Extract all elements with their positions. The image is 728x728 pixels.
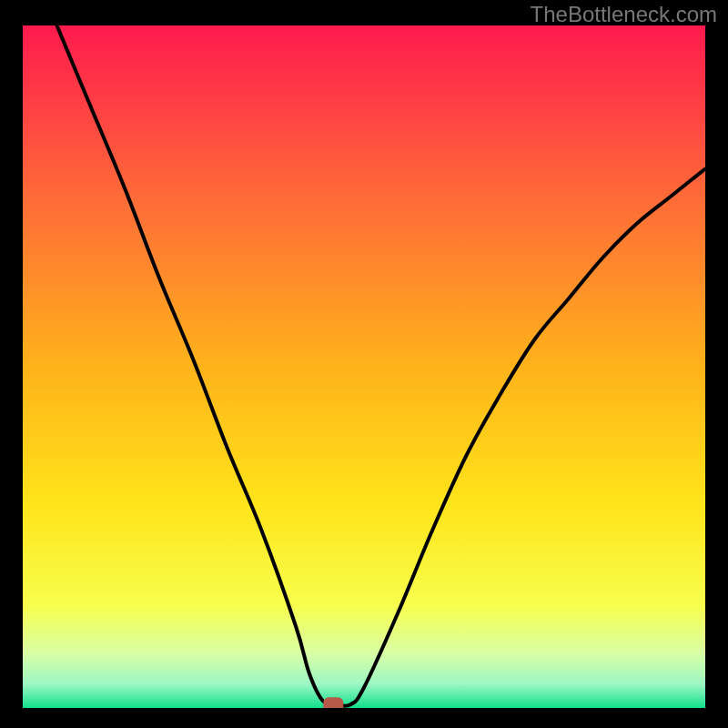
marker-dot <box>323 697 343 708</box>
watermark-text: TheBottleneck.com <box>531 2 717 27</box>
chart-svg <box>23 25 705 708</box>
chart-background <box>23 25 705 708</box>
plot-area <box>23 25 705 708</box>
chart-container: TheBottleneck.com <box>0 0 728 728</box>
